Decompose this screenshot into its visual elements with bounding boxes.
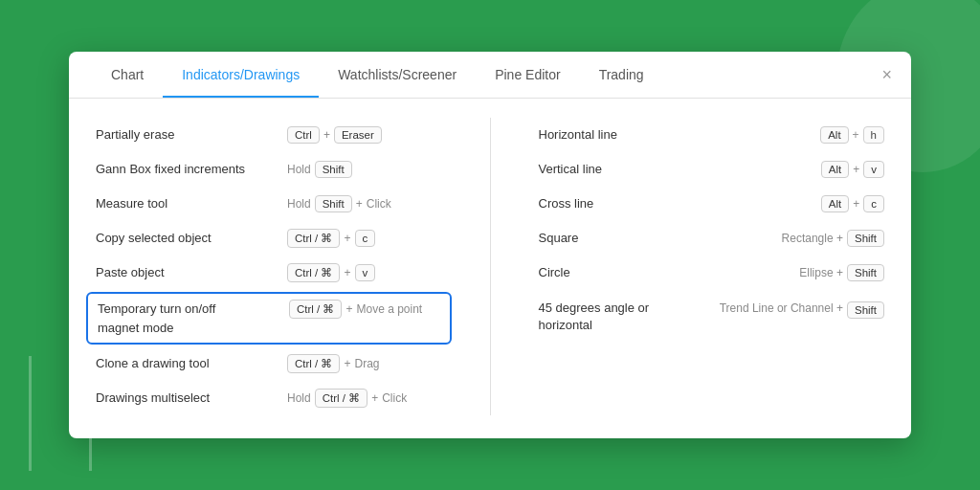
- plus-sep: +: [356, 197, 363, 211]
- plus-sep: +: [323, 128, 330, 142]
- shortcut-keys: Trend Line or Channel + Shift: [711, 300, 885, 319]
- close-button[interactable]: ×: [881, 66, 892, 83]
- shortcut-keys: Rectangle + Shift: [711, 230, 885, 247]
- hold-text: Hold: [287, 197, 311, 211]
- shortcut-keys: Ctrl / ⌘ + c: [287, 229, 442, 248]
- key-alt: Alt: [820, 126, 848, 144]
- tab-trading[interactable]: Trading: [580, 52, 663, 98]
- shortcut-label: Paste object: [96, 264, 287, 281]
- click-text: Click: [382, 391, 407, 405]
- column-divider: [490, 118, 491, 415]
- modal-header: Chart Indicators/Drawings Watchlists/Scr…: [69, 52, 911, 99]
- shortcut-label: Partially erase: [96, 126, 287, 144]
- plus-sep: +: [344, 232, 350, 245]
- plus-sep: +: [853, 197, 859, 211]
- modal-body: Partially erase Ctrl + Eraser Gann Box f…: [69, 99, 911, 438]
- shortcut-keys: Ctrl / ⌘ + Move a point: [289, 300, 440, 319]
- plus-sep: +: [371, 391, 378, 405]
- shortcut-label: Cross line: [539, 195, 711, 212]
- key-ctrl-cmd: Ctrl / ⌘: [287, 354, 340, 373]
- key-ctrl-cmd: Ctrl / ⌘: [289, 300, 342, 319]
- shortcut-label: Circle: [539, 264, 711, 281]
- right-column: Horizontal line Alt + h Vertical line Al…: [539, 118, 885, 415]
- click-text: Click: [367, 197, 391, 211]
- drag-text: Drag: [355, 357, 380, 370]
- shortcut-keys: Ctrl + Eraser: [287, 126, 442, 144]
- shortcut-keys: Alt + c: [711, 195, 885, 212]
- plus-sep: +: [853, 128, 859, 142]
- shortcut-gann-box: Gann Box fixed increments Hold Shift: [96, 152, 442, 187]
- key-ctrl-cmd: Ctrl / ⌘: [287, 263, 340, 282]
- key-alt: Alt: [821, 161, 849, 178]
- shortcut-circle: Circle Ellipse + Shift: [539, 256, 885, 290]
- shortcut-label: Gann Box fixed increments: [96, 161, 287, 178]
- shortcut-keys: Hold Shift: [287, 161, 442, 178]
- shortcut-keys: Ctrl / ⌘ + v: [287, 263, 442, 282]
- key-ctrl-cmd: Ctrl / ⌘: [287, 229, 340, 248]
- shortcut-cross-line: Cross line Alt + c: [539, 187, 885, 221]
- shortcut-label: Measure tool: [96, 195, 287, 212]
- shortcut-label: 45 degrees angle orhorizontal: [539, 300, 711, 334]
- shortcut-magnet-mode: Temporary turn on/offmagnet mode Ctrl / …: [86, 292, 452, 345]
- key-ctrl-cmd: Ctrl / ⌘: [315, 389, 368, 408]
- key-eraser: Eraser: [334, 126, 382, 144]
- shortcut-keys: Hold Ctrl / ⌘ + Click: [287, 389, 442, 408]
- key-shift: Shift: [847, 264, 884, 281]
- shortcut-label: Copy selected object: [96, 230, 287, 247]
- key-v: v: [863, 161, 884, 178]
- rectangle-text: Rectangle +: [782, 232, 843, 245]
- tab-chart[interactable]: Chart: [92, 52, 163, 98]
- left-column: Partially erase Ctrl + Eraser Gann Box f…: [96, 118, 442, 415]
- key-h: h: [863, 126, 884, 144]
- key-shift: Shift: [315, 161, 352, 178]
- key-shift: Shift: [847, 230, 884, 247]
- key-c: c: [355, 230, 376, 247]
- tab-watchlists[interactable]: Watchlists/Screener: [319, 52, 476, 98]
- shortcut-label: Clone a drawing tool: [96, 355, 287, 372]
- shortcut-label: Drawings multiselect: [96, 390, 287, 407]
- shortcut-label: Horizontal line: [539, 126, 711, 144]
- shortcut-drawings-multiselect: Drawings multiselect Hold Ctrl / ⌘ + Cli…: [96, 381, 442, 415]
- shortcut-keys: Ellipse + Shift: [711, 264, 885, 281]
- trend-line-text: Trend Line or Channel +: [720, 301, 843, 315]
- shortcut-keys: Ctrl / ⌘ + Drag: [287, 354, 442, 373]
- ellipse-text: Ellipse +: [799, 266, 843, 279]
- shortcut-45-degrees: 45 degrees angle orhorizontal Trend Line…: [539, 290, 885, 342]
- shortcut-label: Temporary turn on/offmagnet mode: [98, 300, 289, 337]
- shortcut-keys: Hold Shift + Click: [287, 195, 442, 212]
- plus-sep: +: [345, 302, 352, 316]
- plus-sep: +: [344, 357, 350, 370]
- shortcut-horizontal-line: Horizontal line Alt + h: [539, 118, 885, 152]
- shortcut-copy-selected: Copy selected object Ctrl / ⌘ + c: [96, 221, 442, 256]
- key-v: v: [355, 264, 376, 281]
- tab-pine[interactable]: Pine Editor: [476, 52, 579, 98]
- tab-indicators[interactable]: Indicators/Drawings: [163, 52, 319, 98]
- key-alt: Alt: [821, 195, 849, 212]
- hold-text: Hold: [287, 391, 311, 405]
- shortcut-partially-erase: Partially erase Ctrl + Eraser: [96, 118, 442, 152]
- key-ctrl: Ctrl: [287, 126, 320, 144]
- plus-sep: +: [853, 163, 859, 176]
- shortcut-keys: Alt + v: [711, 161, 885, 178]
- hold-text: Hold: [287, 163, 311, 176]
- shortcut-paste-object: Paste object Ctrl / ⌘ + v: [96, 256, 442, 290]
- key-shift: Shift: [315, 195, 352, 212]
- shortcut-vertical-line: Vertical line Alt + v: [539, 152, 885, 187]
- plus-sep: +: [344, 266, 350, 279]
- shortcut-label: Square: [539, 230, 711, 247]
- shortcut-measure-tool: Measure tool Hold Shift + Click: [96, 187, 442, 221]
- shortcut-keys: Alt + h: [711, 126, 885, 144]
- key-c: c: [863, 195, 884, 212]
- shortcut-square: Square Rectangle + Shift: [539, 221, 885, 256]
- move-text: Move a point: [357, 302, 423, 316]
- shortcut-clone-drawing: Clone a drawing tool Ctrl / ⌘ + Drag: [96, 346, 442, 381]
- key-shift: Shift: [847, 301, 884, 319]
- shortcut-label: Vertical line: [539, 161, 711, 178]
- modal: Chart Indicators/Drawings Watchlists/Scr…: [69, 52, 911, 438]
